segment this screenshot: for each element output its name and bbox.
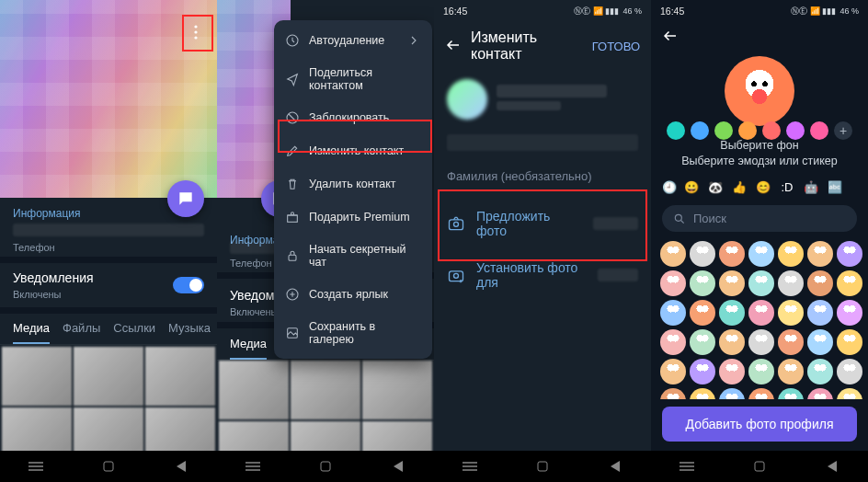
nav-back[interactable] <box>161 460 201 473</box>
sticker-item[interactable] <box>807 359 833 384</box>
media-thumb[interactable] <box>145 347 215 406</box>
color-swatch[interactable] <box>786 121 805 140</box>
color-swatch[interactable] <box>810 121 828 140</box>
sticker-item[interactable] <box>719 388 745 399</box>
sticker-item[interactable] <box>660 359 686 384</box>
more-button[interactable] <box>184 20 208 44</box>
sticker-item[interactable] <box>660 388 686 399</box>
media-thumb[interactable] <box>291 361 360 419</box>
media-thumb[interactable] <box>2 347 72 406</box>
sticker-item[interactable] <box>660 241 686 267</box>
sticker-item[interactable] <box>748 359 774 384</box>
chat-fab[interactable] <box>167 180 204 217</box>
sticker-item[interactable] <box>690 270 715 296</box>
lastname-placeholder[interactable]: Фамилия (необязательно) <box>434 164 651 189</box>
color-add-button[interactable]: + <box>834 121 852 140</box>
tab-media[interactable]: Медиа <box>230 337 267 360</box>
nav-home[interactable] <box>739 460 780 473</box>
sticker-item[interactable] <box>778 388 804 399</box>
category-chip[interactable]: 😀 <box>682 180 701 194</box>
color-swatch[interactable] <box>762 121 781 140</box>
firstname-field[interactable] <box>447 134 638 151</box>
color-swatch[interactable] <box>738 121 757 140</box>
sticker-item[interactable] <box>807 241 833 267</box>
sticker-item[interactable] <box>748 241 774 267</box>
sticker-item[interactable] <box>690 359 715 384</box>
tab-media[interactable]: Медиа <box>13 321 50 344</box>
back-button[interactable] <box>662 28 679 47</box>
sticker-item[interactable] <box>837 359 862 384</box>
sticker-item[interactable] <box>690 329 715 355</box>
sticker-item[interactable] <box>660 329 686 355</box>
sticker-item[interactable] <box>837 329 862 355</box>
menu-secret[interactable]: Начать секретный чат <box>274 234 432 278</box>
menu-autodelete[interactable]: Автоудаление <box>274 24 432 57</box>
nav-menu[interactable] <box>450 460 490 473</box>
sticker-item[interactable] <box>719 329 745 355</box>
recent-icon[interactable]: 🕘 <box>662 180 677 194</box>
category-chip[interactable]: 😊 <box>754 180 772 194</box>
add-profile-button[interactable]: Добавить фото профиля <box>662 407 857 442</box>
nav-home[interactable] <box>305 460 346 473</box>
sticker-item[interactable] <box>748 300 774 326</box>
menu-save[interactable]: Сохранить в галерею <box>274 311 432 355</box>
set-photo-row[interactable]: Установить фото для <box>434 249 651 301</box>
nav-home[interactable] <box>522 460 563 473</box>
sticker-item[interactable] <box>719 270 745 296</box>
sticker-item[interactable] <box>690 300 715 326</box>
media-thumb[interactable] <box>74 347 143 406</box>
tab-music[interactable]: Музыка <box>168 321 211 344</box>
color-swatch[interactable] <box>667 121 685 140</box>
color-swatch[interactable] <box>691 121 709 140</box>
back-button[interactable] <box>445 37 462 56</box>
search-input[interactable]: Поиск <box>662 205 857 232</box>
tab-links[interactable]: Ссылки <box>113 321 155 344</box>
sticker-item[interactable] <box>778 270 804 296</box>
notifications-toggle[interactable] <box>173 277 204 293</box>
suggest-photo-row[interactable]: Предложить фото <box>434 198 651 249</box>
nav-back[interactable] <box>812 460 852 473</box>
sticker-item[interactable] <box>660 300 686 326</box>
nav-menu[interactable] <box>233 460 273 473</box>
nav-home[interactable] <box>88 460 129 473</box>
notifications-row[interactable]: Уведомления Включены <box>0 263 217 300</box>
sticker-item[interactable] <box>837 241 862 267</box>
done-button[interactable]: ГОТОВО <box>592 40 640 53</box>
color-swatch[interactable] <box>714 121 733 140</box>
sticker-item[interactable] <box>778 359 804 384</box>
sticker-item[interactable] <box>778 300 804 326</box>
sticker-item[interactable] <box>690 388 715 399</box>
sticker-item[interactable] <box>807 270 833 296</box>
menu-delete[interactable]: Удалить контакт <box>274 167 432 201</box>
media-thumb[interactable] <box>219 361 289 419</box>
category-chip[interactable]: 🐼 <box>706 180 725 194</box>
menu-shortcut[interactable]: Создать ярлык <box>274 278 432 311</box>
sticker-item[interactable] <box>778 329 804 355</box>
sticker-item[interactable] <box>719 241 745 267</box>
menu-share[interactable]: Поделиться контактом <box>274 57 432 101</box>
nav-back[interactable] <box>378 460 418 473</box>
sticker-item[interactable] <box>837 300 862 326</box>
nav-menu[interactable] <box>667 460 707 473</box>
sticker-item[interactable] <box>660 270 686 296</box>
menu-edit[interactable]: Изменить контакт <box>274 134 432 167</box>
sticker-item[interactable] <box>778 241 804 267</box>
sticker-item[interactable] <box>719 300 745 326</box>
sticker-item[interactable] <box>748 388 774 399</box>
sticker-item[interactable] <box>807 329 833 355</box>
sticker-item[interactable] <box>719 359 745 384</box>
category-chip[interactable]: 🔤 <box>826 180 844 194</box>
sticker-item[interactable] <box>837 270 862 296</box>
sticker-item[interactable] <box>690 241 715 267</box>
menu-gift[interactable]: Подарить Premium <box>274 201 432 234</box>
sticker-item[interactable] <box>807 300 833 326</box>
menu-block[interactable]: Заблокировать <box>274 101 432 134</box>
profile-photo[interactable] <box>0 0 217 198</box>
sticker-item[interactable] <box>837 388 862 399</box>
category-chip[interactable]: 👍 <box>730 180 748 194</box>
sticker-item[interactable] <box>748 270 774 296</box>
category-chip[interactable]: 🤖 <box>802 180 820 194</box>
sticker-item[interactable] <box>807 388 833 399</box>
category-chip[interactable]: :D <box>778 180 796 194</box>
sticker-item[interactable] <box>748 329 774 355</box>
